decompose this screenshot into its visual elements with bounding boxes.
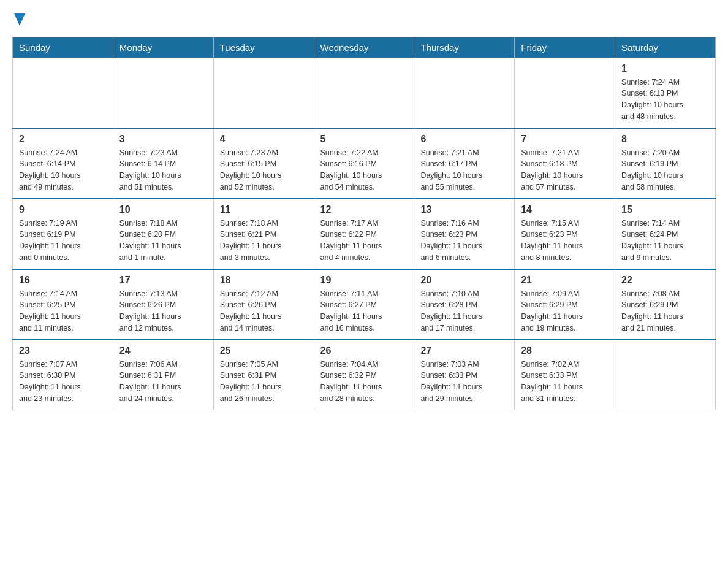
day-info: Sunrise: 7:08 AM Sunset: 6:29 PM Dayligh… (621, 288, 709, 334)
day-info: Sunrise: 7:24 AM Sunset: 6:13 PM Dayligh… (621, 77, 709, 123)
calendar-day-cell: 20Sunrise: 7:10 AM Sunset: 6:28 PM Dayli… (414, 269, 515, 340)
calendar-day-cell: 17Sunrise: 7:13 AM Sunset: 6:26 PM Dayli… (113, 269, 213, 340)
calendar-day-cell: 22Sunrise: 7:08 AM Sunset: 6:29 PM Dayli… (615, 269, 716, 340)
day-number: 23 (19, 345, 107, 356)
day-of-week-header: Monday (113, 37, 213, 58)
day-of-week-header: Tuesday (213, 37, 314, 58)
day-info: Sunrise: 7:19 AM Sunset: 6:19 PM Dayligh… (19, 218, 107, 264)
calendar-day-cell (515, 58, 615, 128)
day-info: Sunrise: 7:06 AM Sunset: 6:31 PM Dayligh… (119, 359, 207, 405)
day-info: Sunrise: 7:20 AM Sunset: 6:19 PM Dayligh… (621, 147, 709, 193)
day-number: 18 (220, 275, 308, 286)
day-number: 9 (19, 204, 107, 215)
day-info: Sunrise: 7:24 AM Sunset: 6:14 PM Dayligh… (19, 147, 107, 193)
calendar-week-row: 9Sunrise: 7:19 AM Sunset: 6:19 PM Daylig… (13, 199, 716, 269)
day-number: 25 (220, 345, 308, 356)
calendar-day-cell: 5Sunrise: 7:22 AM Sunset: 6:16 PM Daylig… (314, 128, 414, 199)
calendar-week-row: 2Sunrise: 7:24 AM Sunset: 6:14 PM Daylig… (13, 128, 716, 199)
calendar-day-cell: 23Sunrise: 7:07 AM Sunset: 6:30 PM Dayli… (13, 340, 113, 410)
calendar-day-cell: 26Sunrise: 7:04 AM Sunset: 6:32 PM Dayli… (314, 340, 414, 410)
calendar-day-cell: 16Sunrise: 7:14 AM Sunset: 6:25 PM Dayli… (13, 269, 113, 340)
day-info: Sunrise: 7:14 AM Sunset: 6:24 PM Dayligh… (621, 218, 709, 264)
day-number: 21 (521, 275, 609, 286)
calendar-day-cell (414, 58, 515, 128)
day-info: Sunrise: 7:10 AM Sunset: 6:28 PM Dayligh… (420, 288, 508, 334)
page-header (12, 12, 716, 27)
day-number: 17 (119, 275, 207, 286)
day-number: 4 (220, 134, 308, 145)
calendar-day-cell: 10Sunrise: 7:18 AM Sunset: 6:20 PM Dayli… (113, 199, 213, 269)
day-info: Sunrise: 7:23 AM Sunset: 6:15 PM Dayligh… (220, 147, 308, 193)
svg-marker-0 (14, 13, 25, 26)
logo-triangle-icon (14, 13, 25, 26)
calendar-day-cell: 14Sunrise: 7:15 AM Sunset: 6:23 PM Dayli… (515, 199, 615, 269)
calendar-day-cell: 1Sunrise: 7:24 AM Sunset: 6:13 PM Daylig… (615, 58, 716, 128)
day-of-week-header: Sunday (13, 37, 113, 58)
day-info: Sunrise: 7:07 AM Sunset: 6:30 PM Dayligh… (19, 359, 107, 405)
day-number: 12 (320, 204, 408, 215)
day-number: 19 (320, 275, 408, 286)
day-info: Sunrise: 7:16 AM Sunset: 6:23 PM Dayligh… (420, 218, 508, 264)
calendar-day-cell: 28Sunrise: 7:02 AM Sunset: 6:33 PM Dayli… (515, 340, 615, 410)
day-info: Sunrise: 7:18 AM Sunset: 6:20 PM Dayligh… (119, 218, 207, 264)
day-info: Sunrise: 7:03 AM Sunset: 6:33 PM Dayligh… (420, 359, 508, 405)
calendar-day-cell: 19Sunrise: 7:11 AM Sunset: 6:27 PM Dayli… (314, 269, 414, 340)
day-number: 22 (621, 275, 709, 286)
calendar-day-cell: 4Sunrise: 7:23 AM Sunset: 6:15 PM Daylig… (213, 128, 314, 199)
day-number: 7 (521, 134, 609, 145)
day-number: 24 (119, 345, 207, 356)
day-info: Sunrise: 7:04 AM Sunset: 6:32 PM Dayligh… (320, 359, 408, 405)
day-info: Sunrise: 7:23 AM Sunset: 6:14 PM Dayligh… (119, 147, 207, 193)
calendar-day-cell: 18Sunrise: 7:12 AM Sunset: 6:26 PM Dayli… (213, 269, 314, 340)
day-info: Sunrise: 7:13 AM Sunset: 6:26 PM Dayligh… (119, 288, 207, 334)
day-number: 28 (521, 345, 609, 356)
day-number: 27 (420, 345, 508, 356)
day-of-week-header: Saturday (615, 37, 716, 58)
calendar-day-cell: 2Sunrise: 7:24 AM Sunset: 6:14 PM Daylig… (13, 128, 113, 199)
calendar-day-cell: 13Sunrise: 7:16 AM Sunset: 6:23 PM Dayli… (414, 199, 515, 269)
day-number: 13 (420, 204, 508, 215)
day-info: Sunrise: 7:22 AM Sunset: 6:16 PM Dayligh… (320, 147, 408, 193)
day-number: 26 (320, 345, 408, 356)
day-info: Sunrise: 7:17 AM Sunset: 6:22 PM Dayligh… (320, 218, 408, 264)
calendar-day-cell (314, 58, 414, 128)
day-info: Sunrise: 7:05 AM Sunset: 6:31 PM Dayligh… (220, 359, 308, 405)
day-info: Sunrise: 7:09 AM Sunset: 6:29 PM Dayligh… (521, 288, 609, 334)
days-of-week-row: SundayMondayTuesdayWednesdayThursdayFrid… (13, 37, 716, 58)
day-info: Sunrise: 7:12 AM Sunset: 6:26 PM Dayligh… (220, 288, 308, 334)
calendar-day-cell: 7Sunrise: 7:21 AM Sunset: 6:18 PM Daylig… (515, 128, 615, 199)
calendar-day-cell (213, 58, 314, 128)
day-number: 16 (19, 275, 107, 286)
day-number: 6 (420, 134, 508, 145)
day-number: 11 (220, 204, 308, 215)
day-info: Sunrise: 7:14 AM Sunset: 6:25 PM Dayligh… (19, 288, 107, 334)
day-of-week-header: Friday (515, 37, 615, 58)
day-number: 2 (19, 134, 107, 145)
calendar-day-cell: 6Sunrise: 7:21 AM Sunset: 6:17 PM Daylig… (414, 128, 515, 199)
day-info: Sunrise: 7:02 AM Sunset: 6:33 PM Dayligh… (521, 359, 609, 405)
day-info: Sunrise: 7:15 AM Sunset: 6:23 PM Dayligh… (521, 218, 609, 264)
calendar-day-cell: 27Sunrise: 7:03 AM Sunset: 6:33 PM Dayli… (414, 340, 515, 410)
day-number: 15 (621, 204, 709, 215)
calendar-day-cell: 11Sunrise: 7:18 AM Sunset: 6:21 PM Dayli… (213, 199, 314, 269)
calendar-day-cell (113, 58, 213, 128)
calendar-week-row: 16Sunrise: 7:14 AM Sunset: 6:25 PM Dayli… (13, 269, 716, 340)
day-number: 10 (119, 204, 207, 215)
day-number: 5 (320, 134, 408, 145)
calendar-day-cell (615, 340, 716, 410)
calendar-day-cell: 21Sunrise: 7:09 AM Sunset: 6:29 PM Dayli… (515, 269, 615, 340)
calendar-day-cell (13, 58, 113, 128)
calendar-day-cell: 15Sunrise: 7:14 AM Sunset: 6:24 PM Dayli… (615, 199, 716, 269)
day-number: 1 (621, 63, 709, 74)
logo (12, 12, 25, 27)
calendar-day-cell: 25Sunrise: 7:05 AM Sunset: 6:31 PM Dayli… (213, 340, 314, 410)
day-info: Sunrise: 7:18 AM Sunset: 6:21 PM Dayligh… (220, 218, 308, 264)
calendar-week-row: 1Sunrise: 7:24 AM Sunset: 6:13 PM Daylig… (13, 58, 716, 128)
calendar-day-cell: 8Sunrise: 7:20 AM Sunset: 6:19 PM Daylig… (615, 128, 716, 199)
day-number: 8 (621, 134, 709, 145)
day-info: Sunrise: 7:11 AM Sunset: 6:27 PM Dayligh… (320, 288, 408, 334)
day-number: 20 (420, 275, 508, 286)
day-info: Sunrise: 7:21 AM Sunset: 6:18 PM Dayligh… (521, 147, 609, 193)
calendar-day-cell: 9Sunrise: 7:19 AM Sunset: 6:19 PM Daylig… (13, 199, 113, 269)
calendar-day-cell: 12Sunrise: 7:17 AM Sunset: 6:22 PM Dayli… (314, 199, 414, 269)
